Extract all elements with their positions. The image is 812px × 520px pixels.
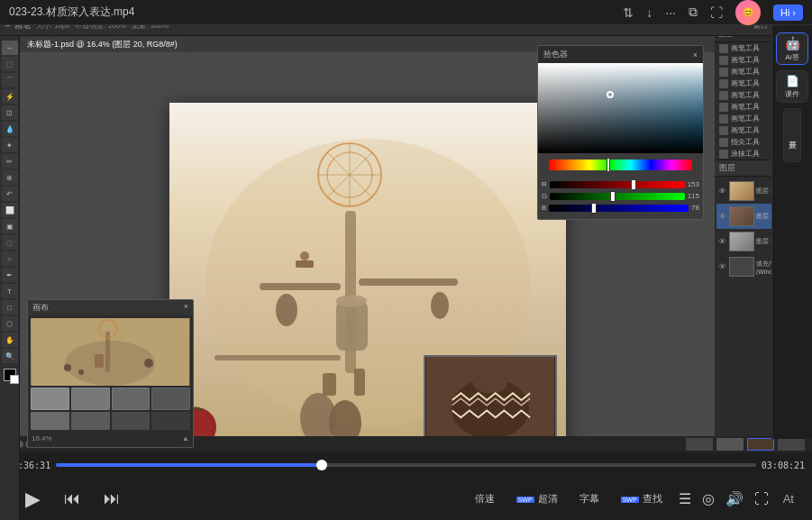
tool-brush[interactable]: ✏ xyxy=(2,154,18,169)
b-thumb[interactable] xyxy=(591,203,597,214)
hi-button[interactable]: Hi › xyxy=(773,5,803,21)
tool-mini-5 xyxy=(719,91,728,100)
find-label[interactable]: SWP 查找 xyxy=(616,488,668,509)
tool-history[interactable]: ↶ xyxy=(2,187,18,201)
svg-point-27 xyxy=(472,372,506,393)
svg-point-12 xyxy=(276,294,297,326)
svg-point-13 xyxy=(431,292,449,319)
more-icon[interactable]: ··· xyxy=(665,5,676,20)
tool-zoom[interactable]: 🔍 xyxy=(2,349,18,363)
tool-3d[interactable]: ⬡ xyxy=(2,316,18,331)
tool-name-10: 涂抹工具 xyxy=(731,149,760,159)
color-bg[interactable] xyxy=(10,375,19,384)
thumb-item-2[interactable] xyxy=(71,388,110,410)
tool-mini-1 xyxy=(719,44,728,53)
tool-mini-10 xyxy=(719,150,728,159)
expand-button[interactable]: 展开 xyxy=(783,108,801,162)
b-track[interactable] xyxy=(549,205,689,212)
svg-point-16 xyxy=(300,251,309,260)
tool-hand[interactable]: ✋ xyxy=(2,333,18,347)
tool-stamp[interactable]: ⊕ xyxy=(2,170,18,185)
course-button[interactable]: 📄 课件 xyxy=(776,70,808,103)
progress-track[interactable] xyxy=(56,463,756,467)
tool-blur[interactable]: ◌ xyxy=(2,235,18,250)
swp-tag-hd: SWP xyxy=(516,497,534,503)
ai-label: AI答 xyxy=(785,52,799,62)
r-thumb[interactable] xyxy=(631,179,636,190)
g-thumb[interactable] xyxy=(610,191,616,202)
color-picker-close[interactable]: × xyxy=(693,50,698,59)
r-slider-row: R 153 xyxy=(542,180,699,188)
ai-icon: 🤖 xyxy=(785,36,800,50)
tool-move[interactable]: ↔ xyxy=(2,41,18,55)
hue-slider[interactable] xyxy=(607,158,610,172)
tool-eyedrop[interactable]: 💧 xyxy=(2,122,18,136)
layer-1-eye[interactable]: 👁 xyxy=(718,187,727,196)
canvas-tab-label: 未标题-1.psd @ 16.4% (图层 20, RG8/8#) xyxy=(27,40,178,49)
tool-crop[interactable]: ⊡ xyxy=(2,105,18,120)
layer-2-eye[interactable]: 👁 xyxy=(718,212,727,221)
thumb-item-7[interactable] xyxy=(112,412,151,430)
fullscreen-icon[interactable]: ⛶ xyxy=(710,5,723,20)
thumb-art-svg xyxy=(31,318,190,386)
r-value: 153 xyxy=(688,180,699,188)
g-slider-row: G 115 xyxy=(542,192,699,200)
r-track[interactable] xyxy=(550,181,685,188)
tool-pen[interactable]: ✒ xyxy=(2,268,18,282)
g-track[interactable] xyxy=(550,193,684,200)
progress-thumb[interactable] xyxy=(316,460,327,470)
inset-svg xyxy=(425,357,555,443)
hd-text: 超清 xyxy=(538,493,558,504)
download-icon[interactable]: ↓ xyxy=(646,5,652,20)
tool-mini-7 xyxy=(719,114,728,123)
circle-icon[interactable]: ◎ xyxy=(702,490,715,507)
avatar: 😊 xyxy=(735,0,761,25)
thumb-main-img xyxy=(31,318,190,386)
ps-left-toolbar: ↔ ⬚ ⌒ ⚡ ⊡ 💧 ✦ ✏ ⊕ ↶ ⬜ ▣ ◌ ○ ✒ T □ ⬡ ✋ 🔍 xyxy=(0,36,20,520)
tool-dodge[interactable]: ○ xyxy=(2,251,18,266)
volume-icon[interactable]: 🔊 xyxy=(725,490,744,507)
tool-eraser[interactable]: ⬜ xyxy=(2,203,18,217)
layer-4-eye[interactable]: 👁 xyxy=(718,262,727,271)
tool-shape[interactable]: □ xyxy=(2,300,18,315)
tool-name-6: 画笔工具 xyxy=(731,102,760,112)
expand-label: 展开 xyxy=(787,134,798,136)
list-icon[interactable]: ☰ xyxy=(679,490,691,507)
subtitle-label[interactable]: 字幕 xyxy=(574,488,605,509)
pip-icon[interactable]: ⧉ xyxy=(689,5,698,20)
thumb-item-4[interactable] xyxy=(151,388,190,410)
thumb-item-8[interactable] xyxy=(151,412,190,430)
canvas-tab-active[interactable]: 未标题-1.psd @ 16.4% (图层 20, RG8/8#) xyxy=(20,37,186,52)
thumb-item-5[interactable] xyxy=(31,412,69,430)
thumb-item-6[interactable] xyxy=(71,412,110,430)
hue-bar[interactable] xyxy=(549,160,692,170)
thumb-zoom: 16.4% xyxy=(32,434,52,442)
tool-text[interactable]: T xyxy=(2,284,18,298)
hd-label[interactable]: SWP 超清 xyxy=(511,488,563,509)
speed-label[interactable]: 倍速 xyxy=(470,488,500,509)
ai-button[interactable]: 🤖 AI答 xyxy=(776,32,808,65)
next-button[interactable]: ⏭ xyxy=(97,485,126,514)
strip-thumb-3 xyxy=(778,438,805,451)
tool-spot-heal[interactable]: ✦ xyxy=(2,138,18,152)
svg-rect-18 xyxy=(214,355,341,360)
thumbnail-panel: 画布 × xyxy=(27,299,194,448)
share-icon[interactable]: ⇅ xyxy=(623,5,634,20)
prev-button[interactable]: ⏮ xyxy=(58,485,87,514)
b-slider-row: B 78 xyxy=(542,204,699,212)
color-picker-title: 拾色器 xyxy=(543,49,568,60)
thumb-item-3[interactable] xyxy=(112,388,151,410)
tool-select-rect[interactable]: ⬚ xyxy=(2,57,18,71)
subtitle-text: 字幕 xyxy=(579,493,599,504)
color-spectrum[interactable] xyxy=(538,63,703,153)
play-button[interactable]: ▶ xyxy=(18,485,47,514)
thumbnail-close[interactable]: × xyxy=(184,302,188,314)
fullscreen-ctrl-icon[interactable]: ⛶ xyxy=(754,491,769,507)
layer-3-eye[interactable]: 👁 xyxy=(718,237,727,246)
tool-lasso[interactable]: ⌒ xyxy=(2,73,18,87)
tool-magic[interactable]: ⚡ xyxy=(2,89,18,104)
svg-rect-10 xyxy=(260,283,341,290)
thumb-item-1[interactable] xyxy=(31,388,69,410)
tool-gradient[interactable]: ▣ xyxy=(2,219,18,233)
color-fg[interactable] xyxy=(4,369,16,381)
